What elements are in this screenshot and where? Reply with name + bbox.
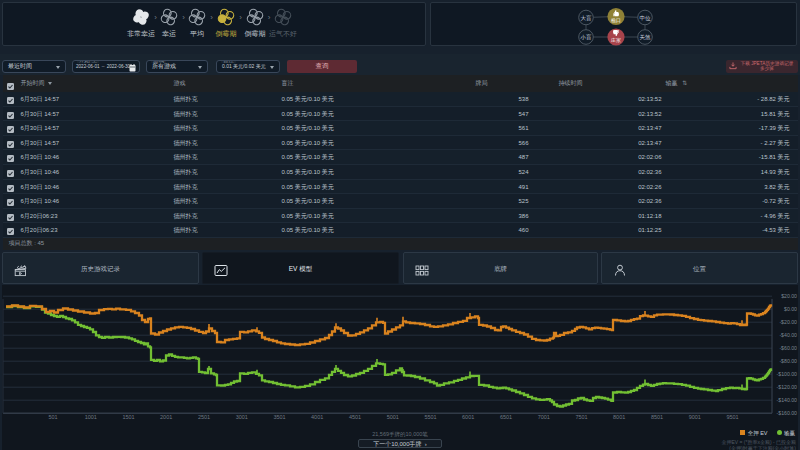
- svg-text:平均: 平均: [190, 30, 204, 37]
- svg-text:8501: 8501: [651, 414, 663, 420]
- svg-text:›: ›: [182, 13, 185, 22]
- svg-text:5001: 5001: [387, 414, 399, 420]
- svg-text:-$80.00: -$80.00: [779, 358, 797, 364]
- svg-text:›: ›: [210, 13, 213, 22]
- svg-text:非常幸运: 非常幸运: [127, 30, 155, 37]
- svg-text:9001: 9001: [689, 414, 701, 420]
- svg-text:-$20.00: -$20.00: [779, 319, 797, 325]
- svg-text:7501: 7501: [575, 414, 587, 420]
- svg-text:-$160.00: -$160.00: [777, 410, 798, 416]
- svg-text:幸运: 幸运: [162, 30, 176, 37]
- svg-text:›: ›: [239, 13, 242, 22]
- svg-text:运气不好: 运气不好: [269, 30, 297, 38]
- svg-text:$0.00: $0.00: [784, 306, 797, 312]
- svg-text:枪口: 枪口: [611, 17, 621, 24]
- svg-text:5501: 5501: [424, 414, 436, 420]
- svg-text:小盲: 小盲: [580, 34, 593, 41]
- svg-text:9501: 9501: [726, 414, 738, 420]
- svg-text:3001: 3001: [236, 414, 248, 420]
- svg-text:1001: 1001: [85, 414, 97, 420]
- svg-text:6001: 6001: [462, 414, 474, 420]
- svg-text:6501: 6501: [500, 414, 512, 420]
- svg-text:›: ›: [268, 13, 271, 22]
- svg-text:4001: 4001: [311, 414, 323, 420]
- svg-text:1501: 1501: [122, 414, 134, 420]
- svg-text:›: ›: [154, 13, 157, 22]
- svg-text:7001: 7001: [538, 414, 550, 420]
- svg-text:8001: 8001: [613, 414, 625, 420]
- svg-text:关煞: 关煞: [640, 34, 652, 40]
- svg-text:庄家: 庄家: [611, 37, 621, 43]
- svg-text:-$140.00: -$140.00: [777, 397, 798, 403]
- svg-text:501: 501: [48, 414, 57, 420]
- svg-text:2501: 2501: [198, 414, 210, 420]
- svg-text:-$120.00: -$120.00: [777, 384, 798, 390]
- svg-text:4501: 4501: [349, 414, 361, 420]
- svg-text:-$60.00: -$60.00: [779, 345, 797, 351]
- svg-text:倒霉期: 倒霉期: [216, 29, 237, 38]
- svg-text:2001: 2001: [160, 414, 172, 420]
- svg-text:$20.00: $20.00: [781, 293, 797, 299]
- svg-text:倒霉期: 倒霉期: [245, 29, 266, 38]
- svg-text:-$40.00: -$40.00: [779, 332, 797, 338]
- svg-text:3501: 3501: [273, 414, 285, 420]
- svg-text:中位: 中位: [640, 15, 652, 21]
- svg-text:大盲: 大盲: [581, 15, 593, 22]
- svg-text:-$100.00: -$100.00: [777, 371, 798, 377]
